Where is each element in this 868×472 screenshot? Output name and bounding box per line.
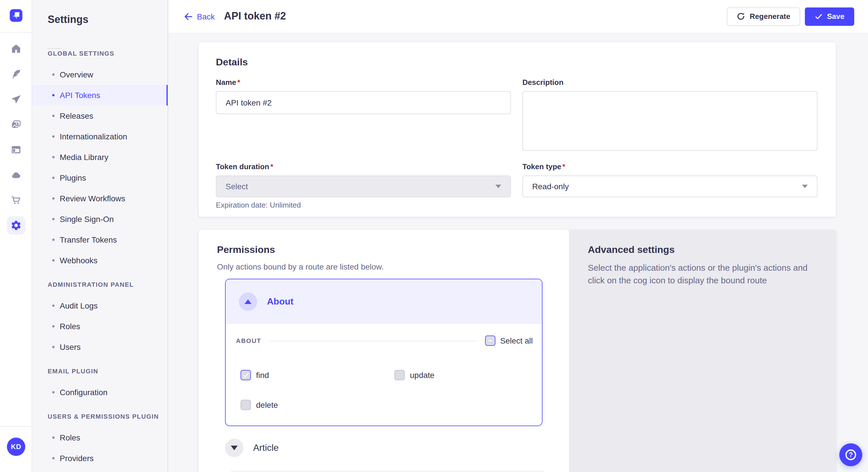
select-all-label: Select all bbox=[500, 336, 533, 345]
token-duration-field-group: Token duration* Select Expiration date: … bbox=[216, 161, 511, 209]
question-mark-icon: ? bbox=[844, 448, 857, 461]
bullet-icon bbox=[52, 259, 55, 262]
sidebar-item-up-providers[interactable]: Providers bbox=[32, 448, 167, 469]
section-label: GLOBAL SETTINGS bbox=[48, 50, 167, 57]
update-checkbox[interactable] bbox=[394, 370, 405, 380]
nav-rail-brand-section bbox=[0, 0, 32, 33]
bullet-icon bbox=[52, 94, 55, 96]
chevron-up-icon bbox=[245, 299, 251, 304]
bullet-icon bbox=[52, 305, 55, 307]
sidebar-title: Settings bbox=[48, 0, 167, 26]
content-feather-icon[interactable] bbox=[10, 68, 22, 80]
sidebar-section-email-plugin: EMAIL PLUGIN Configuration bbox=[48, 368, 167, 403]
token-duration-helper: Expiration date: Unlimited bbox=[216, 201, 511, 209]
chevron-down-icon bbox=[231, 446, 238, 450]
sidebar-divider bbox=[48, 48, 61, 49]
action-find: find bbox=[241, 370, 394, 380]
deploy-paper-plane-icon[interactable] bbox=[10, 94, 22, 105]
section-label: ADMINISTRATION PANEL bbox=[48, 281, 167, 288]
accordion-article-toggle[interactable]: Article bbox=[225, 432, 569, 457]
home-icon[interactable] bbox=[10, 43, 22, 55]
strapi-logo-icon[interactable] bbox=[10, 9, 22, 22]
sidebar-item-audit-logs[interactable]: Audit Logs bbox=[32, 295, 167, 316]
sidebar-item-plugins[interactable]: Plugins bbox=[32, 167, 167, 188]
token-type-label: Token type* bbox=[522, 162, 565, 171]
sidebar-item-up-roles[interactable]: Roles bbox=[32, 427, 167, 448]
divider bbox=[269, 340, 477, 341]
marketplace-cart-icon[interactable] bbox=[10, 194, 22, 206]
content-body: Details Name* Description Token duration… bbox=[168, 33, 868, 472]
token-duration-select[interactable]: Select bbox=[216, 175, 511, 197]
bullet-icon bbox=[52, 218, 55, 220]
sidebar-item-email-configuration[interactable]: Configuration bbox=[32, 382, 167, 403]
sidebar-item-internationalization[interactable]: Internationalization bbox=[32, 126, 167, 147]
sidebar-item-releases[interactable]: Releases bbox=[32, 105, 167, 126]
action-delete: delete bbox=[241, 400, 394, 410]
sidebar-item-review-workflows[interactable]: Review Workflows bbox=[32, 188, 167, 209]
divider bbox=[231, 471, 544, 471]
sidebar-item-admin-users[interactable]: Users bbox=[32, 337, 167, 357]
action-update: update bbox=[394, 370, 542, 380]
bullet-icon bbox=[52, 436, 55, 439]
permissions-panel: Permissions Only actions bound by a rout… bbox=[198, 230, 569, 472]
advanced-settings-heading: Advanced settings bbox=[588, 244, 817, 256]
bullet-icon bbox=[52, 177, 55, 179]
settings-gear-button[interactable] bbox=[7, 216, 25, 235]
media-library-images-icon[interactable] bbox=[10, 119, 22, 130]
refresh-icon bbox=[737, 12, 745, 21]
sidebar-item-api-tokens[interactable]: API Tokens bbox=[32, 85, 167, 105]
user-avatar[interactable]: KD bbox=[7, 438, 25, 456]
bullet-icon bbox=[52, 239, 55, 241]
save-button[interactable]: Save bbox=[805, 7, 854, 26]
page-header: Back API token #2 Regenerate Save bbox=[168, 0, 868, 33]
sidebar-item-transfer-tokens[interactable]: Transfer Tokens bbox=[32, 229, 167, 250]
name-input[interactable] bbox=[216, 91, 511, 114]
expand-circle-button[interactable] bbox=[225, 439, 243, 457]
section-label: EMAIL PLUGIN bbox=[48, 368, 167, 374]
details-card: Details Name* Description Token duration… bbox=[198, 42, 836, 217]
strapi-admin-app: KD Settings GLOBAL SETTINGS Overview API… bbox=[0, 0, 868, 472]
sidebar-section-global-settings: GLOBAL SETTINGS Overview API Tokens Rele… bbox=[48, 50, 167, 271]
rail-divider bbox=[0, 426, 32, 427]
bullet-icon bbox=[52, 197, 55, 200]
accordion-about: About ABOUT Selec bbox=[225, 279, 542, 426]
advanced-settings-body: Select the application's actions or the … bbox=[588, 262, 817, 286]
delete-checkbox[interactable] bbox=[241, 400, 251, 410]
help-button[interactable]: ? bbox=[839, 443, 862, 466]
sidebar-item-admin-roles[interactable]: Roles bbox=[32, 316, 167, 337]
token-type-field-group: Token type* Read-only bbox=[522, 161, 817, 209]
main-area: Back API token #2 Regenerate Save bbox=[168, 0, 868, 472]
bullet-icon bbox=[52, 325, 55, 328]
back-arrow-icon bbox=[184, 12, 193, 21]
actions-grid: find update delete bbox=[241, 370, 533, 410]
accordion-article-title: Article bbox=[253, 443, 279, 453]
cloud-icon[interactable] bbox=[10, 169, 22, 181]
about-section-row: ABOUT Select all bbox=[236, 336, 533, 346]
select-all-checkbox[interactable] bbox=[485, 336, 495, 346]
content-manager-layout-icon[interactable] bbox=[10, 144, 22, 156]
sidebar-item-overview[interactable]: Overview bbox=[32, 64, 167, 85]
bullet-icon bbox=[52, 73, 55, 76]
required-asterisk: * bbox=[562, 162, 565, 171]
token-type-select[interactable]: Read-only bbox=[522, 175, 817, 197]
sidebar-item-media-library[interactable]: Media Library bbox=[32, 147, 167, 167]
accordion-about-toggle[interactable]: About bbox=[226, 279, 542, 324]
page-title: API token #2 bbox=[224, 10, 286, 22]
collapse-circle-button[interactable] bbox=[239, 293, 257, 311]
sidebar-section-users-permissions-plugin: USERS & PERMISSIONS PLUGIN Roles Provide… bbox=[48, 413, 167, 469]
accordion-about-body: ABOUT Select all bbox=[226, 324, 542, 410]
regenerate-button[interactable]: Regenerate bbox=[727, 7, 800, 26]
permissions-card: Permissions Only actions bound by a rout… bbox=[198, 230, 836, 472]
section-label: USERS & PERMISSIONS PLUGIN bbox=[48, 413, 167, 420]
sidebar-item-single-sign-on[interactable]: Single Sign-On bbox=[32, 209, 167, 229]
bullet-icon bbox=[52, 346, 55, 348]
check-icon bbox=[814, 12, 823, 20]
bullet-icon bbox=[52, 391, 55, 394]
bullet-icon bbox=[52, 156, 55, 158]
description-textarea[interactable] bbox=[522, 91, 817, 151]
settings-sidebar: Settings GLOBAL SETTINGS Overview API To… bbox=[32, 0, 168, 472]
settings-gear-icon bbox=[10, 220, 22, 231]
sidebar-item-webhooks[interactable]: Webhooks bbox=[32, 250, 167, 271]
find-checkbox[interactable] bbox=[241, 370, 251, 380]
back-link[interactable]: Back bbox=[184, 12, 215, 21]
